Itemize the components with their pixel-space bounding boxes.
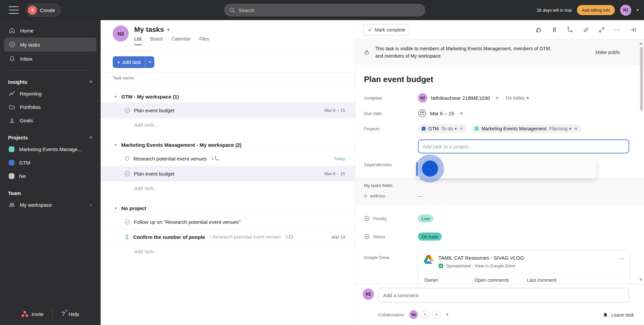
sidebar-project-hie[interactable]: hie — [8, 169, 93, 183]
make-public-button[interactable]: Make public — [595, 50, 621, 55]
add-task-button[interactable]: +Add task ▾ — [113, 56, 154, 68]
ghost-collaborator-icon[interactable] — [421, 310, 429, 319]
comment-input[interactable] — [383, 292, 618, 298]
like-thumb-icon[interactable] — [535, 26, 542, 33]
check-circle-icon[interactable] — [124, 171, 130, 177]
scrollbar-up-arrow[interactable] — [639, 42, 643, 45]
address-field-row[interactable]: Aaddress — — [356, 190, 644, 201]
address-value[interactable]: — — [418, 193, 423, 199]
tab-files[interactable]: Files — [199, 36, 209, 45]
assignee-row: Assignee N2 Nithileashwar 21BME1030 ✕ Do… — [356, 90, 644, 106]
section-dropdown[interactable]: Planning▾ — [549, 126, 572, 131]
sidebar-item-my-tasks[interactable]: My tasks — [4, 38, 97, 52]
sidebar-item-portfolios[interactable]: Portfolios — [8, 100, 93, 114]
priority-value-pill[interactable]: Low — [418, 214, 433, 222]
ghost-collaborator-icon[interactable] — [432, 310, 441, 319]
sidebar-item-inbox[interactable]: Inbox — [4, 52, 97, 66]
section-header[interactable]: ▾ GTM - My workspace (1) — [101, 91, 355, 103]
project-chip-gtm[interactable]: GTM To do▾ ✕ — [418, 124, 467, 133]
assignee-name[interactable]: Nithileashwar 21BME1030 — [431, 95, 490, 101]
drive-attachment-card[interactable]: TAMIL CAT Resources - SIVAG VLOG Spreads… — [418, 250, 630, 284]
schedule-dropdown[interactable]: Do today▾ — [506, 95, 529, 101]
hourglass-icon[interactable] — [124, 234, 130, 240]
search-input[interactable] — [238, 7, 413, 13]
attachment-icon[interactable] — [551, 26, 558, 33]
check-circle-icon[interactable] — [124, 107, 130, 114]
line-chart-icon — [9, 90, 15, 97]
due-date: Mar 6 – 15 — [324, 171, 345, 176]
sidebar-project-marketing-events[interactable]: Marketing Events Manage... — [8, 142, 93, 156]
collapse-triangle-icon[interactable]: ▾ — [115, 143, 117, 147]
sidebar-item-home[interactable]: Home — [4, 23, 97, 38]
user-avatar[interactable]: N2 — [620, 5, 631, 16]
remove-project-icon[interactable]: ✕ — [574, 126, 578, 131]
check-circle-icon[interactable] — [124, 219, 130, 225]
remove-project-icon[interactable]: ✕ — [460, 126, 463, 131]
mark-complete-button[interactable]: Mark complete — [363, 24, 410, 36]
section-dropdown[interactable]: To do▾ — [441, 126, 457, 131]
tab-list[interactable]: List — [134, 36, 142, 45]
remove-due-date-icon[interactable]: ✕ — [460, 111, 463, 116]
add-task-inline[interactable]: Add task... — [101, 245, 355, 258]
due-date-label: Due date — [364, 111, 418, 116]
remove-assignee-icon[interactable]: ✕ — [495, 95, 499, 101]
leave-task-button[interactable]: Leave task — [603, 312, 634, 318]
sidebar-item-goals[interactable]: Goals — [8, 114, 93, 127]
tab-board[interactable]: Board — [150, 36, 163, 45]
approval-diamond-icon[interactable] — [124, 155, 130, 161]
drive-file-meta[interactable]: Spreadsheet · View in Google Drive — [446, 263, 515, 268]
add-project-icon[interactable]: + — [89, 134, 93, 141]
drive-file-title[interactable]: TAMIL CAT Resources - SIVAG VLOG — [438, 255, 524, 261]
task-row[interactable]: Follow up on "Research potential event v… — [101, 214, 355, 230]
status-label: Status — [373, 234, 385, 239]
create-button[interactable]: + Create — [25, 4, 61, 16]
sidebar-item-my-workspace[interactable]: My workspace › — [8, 198, 93, 211]
scrollbar-down-arrow[interactable] — [639, 279, 643, 281]
add-task-dropdown-chevron-icon[interactable]: ▾ — [145, 56, 154, 68]
expand-workspace-chevron-icon[interactable]: › — [90, 201, 92, 208]
detail-scroll-area: This task is visible to members of Marke… — [356, 40, 644, 284]
copy-link-icon[interactable] — [583, 26, 589, 33]
drive-card-more-icon[interactable]: ⋯ — [618, 255, 625, 262]
section-header[interactable]: ▾ No project — [101, 202, 355, 214]
help-button[interactable]: ?✦ Help — [61, 310, 79, 318]
add-collaborator-icon[interactable]: + — [445, 311, 449, 318]
comment-field[interactable] — [378, 288, 629, 303]
add-task-inline[interactable]: Add task... — [101, 118, 355, 132]
parent-task-link[interactable]: ‹ Research potential event venues — [210, 234, 281, 240]
tab-calendar[interactable]: Calendar — [171, 36, 191, 45]
add-insight-icon[interactable]: + — [89, 78, 93, 85]
task-row[interactable]: Research potential event venues 1 Today — [101, 151, 355, 166]
project-chip-marketing-events[interactable]: Marketing Events Management Planning▾ ✕ — [471, 124, 581, 133]
task-row[interactable]: Confirm the number of people ‹ Research … — [101, 230, 355, 245]
sidebar-item-reporting[interactable]: Reporting — [8, 87, 93, 100]
invite-button[interactable]: Invite — [21, 311, 44, 317]
add-to-project-input[interactable] — [423, 144, 617, 149]
add-subtask-icon[interactable] — [567, 26, 574, 33]
project-suggestions-dropdown[interactable] — [416, 160, 596, 178]
search-bar[interactable] — [224, 4, 425, 16]
sidebar-toggle-icon[interactable] — [9, 6, 19, 14]
privacy-banner-text: This task is visible to members of Marke… — [375, 45, 556, 60]
collapse-triangle-icon[interactable]: ▾ — [115, 94, 117, 99]
my-tasks-avatar: N2 — [113, 25, 129, 42]
scrollbar-thumb[interactable] — [640, 47, 643, 111]
fullscreen-icon[interactable] — [598, 26, 605, 33]
task-row[interactable]: Plan event budget Mar 6 – 15 — [101, 103, 355, 118]
collaborator-avatar[interactable]: N2 — [409, 310, 418, 319]
status-value-pill[interactable]: On track — [418, 233, 442, 241]
page-title[interactable]: My tasks ▾ — [134, 25, 209, 34]
section-header[interactable]: ▾ Marketing Events Management - My works… — [101, 139, 355, 151]
add-billing-info-button[interactable]: Add billing info — [577, 5, 615, 15]
close-panel-icon[interactable] — [630, 26, 637, 33]
add-task-inline[interactable]: Add task... — [101, 181, 355, 195]
more-actions-icon[interactable]: ⋯ — [614, 28, 621, 31]
task-row[interactable]: Plan event budget Mar 6 – 15 — [101, 166, 355, 181]
collapse-triangle-icon[interactable]: ▾ — [115, 206, 117, 210]
task-title[interactable]: Plan event budget — [356, 65, 644, 90]
add-to-project-field[interactable] — [418, 139, 629, 153]
calendar-icon[interactable] — [418, 109, 427, 118]
due-date-value[interactable]: Mar 6 – 15 — [430, 111, 454, 116]
sidebar-project-gtm[interactable]: GTM — [8, 156, 93, 169]
account-menu-chevron-icon[interactable]: ▾ — [637, 8, 639, 12]
